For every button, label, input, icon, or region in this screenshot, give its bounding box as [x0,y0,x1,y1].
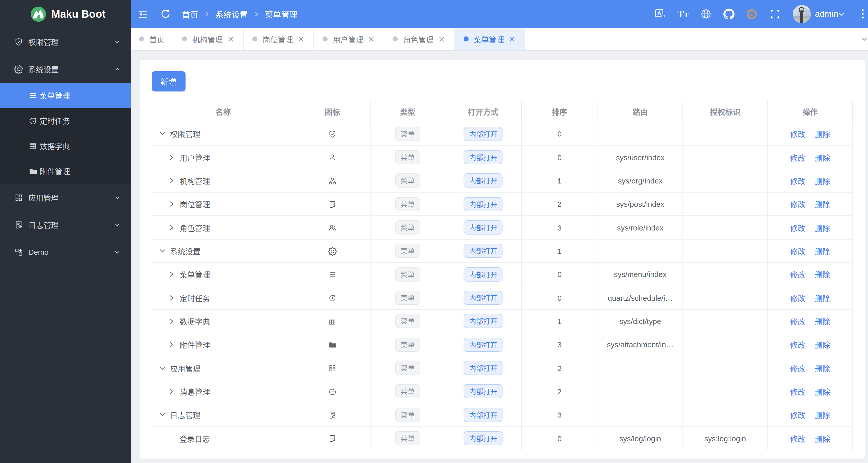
svg-text:中: 中 [660,14,665,19]
